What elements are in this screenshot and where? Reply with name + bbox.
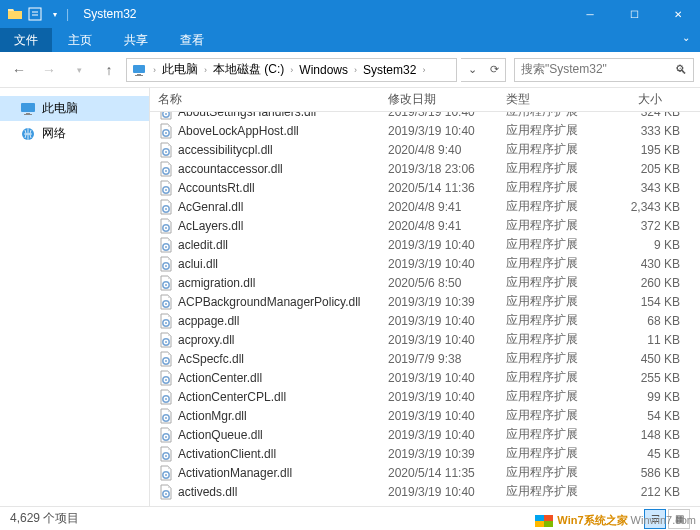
col-date[interactable]: 修改日期: [380, 91, 498, 108]
table-row[interactable]: AcGenral.dll2020/4/8 9:41应用程序扩展2,343 KB: [150, 197, 700, 216]
search-input[interactable]: 搜索"System32" 🔍︎: [514, 58, 694, 82]
svg-point-39: [165, 379, 167, 381]
svg-point-33: [165, 322, 167, 324]
table-row[interactable]: acledit.dll2019/3/19 10:40应用程序扩展9 KB: [150, 235, 700, 254]
file-size: 11 KB: [598, 333, 700, 347]
search-placeholder: 搜索"System32": [521, 61, 607, 78]
file-type: 应用程序扩展: [498, 141, 598, 158]
file-size: 68 KB: [598, 314, 700, 328]
column-headers: 名称 修改日期 类型 大小: [150, 88, 700, 112]
file-type: 应用程序扩展: [498, 198, 598, 215]
crumb-drive[interactable]: 本地磁盘 (C:): [211, 61, 286, 78]
svg-rect-8: [24, 114, 32, 115]
crumb-pc[interactable]: 此电脑: [160, 61, 200, 78]
svg-rect-6: [21, 103, 35, 112]
table-row[interactable]: ActionCenterCPL.dll2019/3/19 10:40应用程序扩展…: [150, 387, 700, 406]
svg-point-49: [165, 474, 167, 476]
file-date: 2019/3/19 10:40: [380, 371, 498, 385]
file-name: AcLayers.dll: [178, 219, 243, 233]
tab-share[interactable]: 共享: [108, 28, 164, 52]
table-row[interactable]: aclui.dll2019/3/19 10:40应用程序扩展430 KB: [150, 254, 700, 273]
dll-file-icon: [158, 370, 174, 386]
table-row[interactable]: AboutSettingsHandlers.dll2019/3/19 10:40…: [150, 112, 700, 121]
file-name: acmigration.dll: [178, 276, 255, 290]
tab-view[interactable]: 查看: [164, 28, 220, 52]
file-size: 195 KB: [598, 143, 700, 157]
file-name: acledit.dll: [178, 238, 228, 252]
table-row[interactable]: AboveLockAppHost.dll2019/3/19 10:40应用程序扩…: [150, 121, 700, 140]
table-row[interactable]: ActionQueue.dll2019/3/19 10:40应用程序扩展148 …: [150, 425, 700, 444]
table-row[interactable]: accessibilitycpl.dll2020/4/8 9:40应用程序扩展1…: [150, 140, 700, 159]
file-type: 应用程序扩展: [498, 426, 598, 443]
dll-file-icon: [158, 123, 174, 139]
file-size: 430 KB: [598, 257, 700, 271]
forward-button[interactable]: →: [36, 57, 62, 83]
minimize-button[interactable]: ─: [568, 0, 612, 28]
table-row[interactable]: ActionCenter.dll2019/3/19 10:40应用程序扩展255…: [150, 368, 700, 387]
file-date: 2020/4/8 9:41: [380, 200, 498, 214]
file-type: 应用程序扩展: [498, 445, 598, 462]
sidebar-item-pc[interactable]: 此电脑: [0, 96, 149, 121]
file-name: activeds.dll: [178, 485, 237, 499]
file-size: 324 KB: [598, 112, 700, 119]
search-icon[interactable]: 🔍︎: [675, 63, 687, 77]
view-large-button[interactable]: ▦: [668, 509, 690, 529]
file-type: 应用程序扩展: [498, 112, 598, 120]
maximize-button[interactable]: ☐: [612, 0, 656, 28]
file-name: ActionMgr.dll: [178, 409, 247, 423]
back-button[interactable]: ←: [6, 57, 32, 83]
col-name[interactable]: 名称: [150, 91, 380, 108]
col-size[interactable]: 大小: [598, 91, 683, 108]
table-row[interactable]: ActivationClient.dll2019/3/19 10:39应用程序扩…: [150, 444, 700, 463]
file-name: ACPBackgroundManagerPolicy.dll: [178, 295, 361, 309]
file-rows[interactable]: AboutSettingsHandlers.dll2019/3/19 10:40…: [150, 112, 700, 506]
file-name: ActionCenter.dll: [178, 371, 262, 385]
crumb-system32[interactable]: System32: [361, 63, 418, 77]
table-row[interactable]: AccountsRt.dll2020/5/14 11:36应用程序扩展343 K…: [150, 178, 700, 197]
table-row[interactable]: activeds.dll2019/3/19 10:40应用程序扩展212 KB: [150, 482, 700, 501]
file-size: 45 KB: [598, 447, 700, 461]
breadcrumb[interactable]: › 此电脑› 本地磁盘 (C:)› Windows› System32›: [126, 58, 457, 82]
pc-icon: [131, 62, 147, 78]
file-type: 应用程序扩展: [498, 388, 598, 405]
net-icon: [20, 126, 36, 142]
address-dropdown-icon[interactable]: ⌄: [461, 63, 483, 76]
file-name: AboveLockAppHost.dll: [178, 124, 299, 138]
view-details-button[interactable]: ☰: [644, 509, 666, 529]
table-row[interactable]: accountaccessor.dll2019/3/18 23:06应用程序扩展…: [150, 159, 700, 178]
tab-home[interactable]: 主页: [52, 28, 108, 52]
sidebar-item-net[interactable]: 网络: [0, 121, 149, 146]
table-row[interactable]: acmigration.dll2020/5/6 8:50应用程序扩展260 KB: [150, 273, 700, 292]
table-row[interactable]: acppage.dll2019/3/19 10:40应用程序扩展68 KB: [150, 311, 700, 330]
dll-file-icon: [158, 332, 174, 348]
refresh-button[interactable]: ⟳: [483, 63, 505, 76]
file-date: 2019/7/9 9:38: [380, 352, 498, 366]
file-type: 应用程序扩展: [498, 407, 598, 424]
file-type: 应用程序扩展: [498, 255, 598, 272]
table-row[interactable]: ActivationManager.dll2020/5/14 11:35应用程序…: [150, 463, 700, 482]
table-row[interactable]: AcLayers.dll2020/4/8 9:41应用程序扩展372 KB: [150, 216, 700, 235]
ribbon-expand-icon[interactable]: ⌄: [672, 28, 700, 52]
tab-file[interactable]: 文件: [0, 28, 52, 52]
dll-file-icon: [158, 275, 174, 291]
table-row[interactable]: AcSpecfc.dll2019/7/9 9:38应用程序扩展450 KB: [150, 349, 700, 368]
up-button[interactable]: ↑: [96, 57, 122, 83]
crumb-windows[interactable]: Windows: [297, 63, 350, 77]
recent-dropdown[interactable]: ▾: [66, 57, 92, 83]
file-type: 应用程序扩展: [498, 217, 598, 234]
table-row[interactable]: ActionMgr.dll2019/3/19 10:40应用程序扩展54 KB: [150, 406, 700, 425]
close-button[interactable]: ✕: [656, 0, 700, 28]
svg-point-29: [165, 284, 167, 286]
file-size: 586 KB: [598, 466, 700, 480]
file-name: ActionCenterCPL.dll: [178, 390, 286, 404]
qat-dropdown-icon[interactable]: ▾: [46, 5, 64, 23]
col-type[interactable]: 类型: [498, 91, 598, 108]
file-type: 应用程序扩展: [498, 179, 598, 196]
file-type: 应用程序扩展: [498, 312, 598, 329]
properties-icon[interactable]: [26, 5, 44, 23]
dll-file-icon: [158, 389, 174, 405]
table-row[interactable]: ACPBackgroundManagerPolicy.dll2019/3/19 …: [150, 292, 700, 311]
table-row[interactable]: acproxy.dll2019/3/19 10:40应用程序扩展11 KB: [150, 330, 700, 349]
dll-file-icon: [158, 408, 174, 424]
file-type: 应用程序扩展: [498, 464, 598, 481]
